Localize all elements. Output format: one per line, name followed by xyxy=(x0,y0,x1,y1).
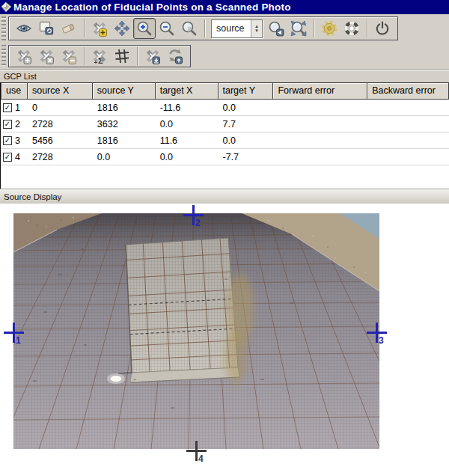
marker-cross-icon xyxy=(192,205,195,225)
window-title: Manage Location of Fiducial Points on a … xyxy=(13,1,291,13)
cell-source-x: 2728 xyxy=(28,119,93,129)
quit-button[interactable] xyxy=(371,18,394,39)
erase-display-button[interactable] xyxy=(58,18,80,39)
use-cell: ✓1 xyxy=(1,103,28,113)
gcp-id: 2 xyxy=(15,119,20,129)
delete-gcp-button[interactable] xyxy=(35,46,58,67)
cell-source-y: 1816 xyxy=(93,103,156,113)
cell-target-x: 11.6 xyxy=(156,135,219,146)
source-display-pane-header[interactable]: Source Display xyxy=(0,189,449,204)
gear-icon xyxy=(320,19,338,37)
power-icon xyxy=(373,19,391,37)
marker-cross-icon xyxy=(195,441,198,461)
gcp-table-header: use source X source Y target X target Y … xyxy=(1,82,449,100)
gcp-id: 3 xyxy=(15,135,20,146)
grid-icon xyxy=(113,47,131,65)
col-header-source-y[interactable]: source Y xyxy=(93,82,156,100)
cell-source-y: 0.0 xyxy=(93,152,156,162)
gcp-marker-2[interactable]: 2 xyxy=(183,205,204,225)
marker-label: 4 xyxy=(198,454,204,464)
gcp-table-body: ✓101816-11.60.0✓2272836320.07.7✓35456181… xyxy=(1,100,449,165)
col-header-forward-error[interactable]: Forward error xyxy=(273,82,367,100)
scanned-photo xyxy=(13,213,379,449)
toolbar-grip[interactable] xyxy=(1,45,6,67)
zoom-to-map-button[interactable] xyxy=(287,18,310,39)
col-header-target-x[interactable]: target X xyxy=(156,82,219,100)
life-ring-icon xyxy=(343,19,361,37)
toolbar-grip[interactable] xyxy=(1,16,6,40)
marker-cross-icon xyxy=(376,323,378,343)
col-header-backward-error[interactable]: Backward error xyxy=(367,82,449,100)
gcp-sigma-icon: Σ + xyxy=(91,47,109,65)
cell-target-y: 0.0 xyxy=(219,135,274,146)
cell-target-y: 0.0 xyxy=(219,103,274,113)
gcp-reload-icon xyxy=(166,47,184,65)
gcp-row[interactable]: ✓2272836320.07.7 xyxy=(1,116,449,132)
save-gcp-button[interactable] xyxy=(141,46,164,67)
gcp-marker-4[interactable]: 4 xyxy=(186,441,207,461)
render-map-button[interactable] xyxy=(35,18,58,39)
gcp-marker-3[interactable]: 3 xyxy=(367,323,387,343)
settings-button[interactable] xyxy=(318,18,340,39)
gcp-table: use source X source Y target X target Y … xyxy=(0,82,449,189)
zoom-in-button[interactable] xyxy=(133,18,156,39)
georectify-button[interactable] xyxy=(111,46,133,67)
source-display-label: Source Display xyxy=(4,192,61,201)
toolbar-separator xyxy=(314,19,314,37)
cell-source-x: 2728 xyxy=(28,152,93,162)
zoom-region-button[interactable] xyxy=(178,18,201,39)
zoom-out-button[interactable] xyxy=(156,18,178,39)
use-checkbox[interactable]: ✓ xyxy=(3,120,12,129)
col-header-source-x[interactable]: source X xyxy=(28,82,93,100)
gcp-row[interactable]: ✓427280.00.0-7.7 xyxy=(1,149,449,165)
gcp-save-icon xyxy=(144,47,162,65)
cell-target-x: 0.0 xyxy=(156,152,219,162)
svg-text:+: + xyxy=(94,59,98,66)
use-cell: ✓3 xyxy=(1,135,28,146)
gcp-marker-1[interactable]: 1 xyxy=(4,323,24,343)
gcp-id: 4 xyxy=(15,152,20,162)
add-gcp-button[interactable] xyxy=(13,46,35,67)
col-header-use[interactable]: use xyxy=(1,82,28,100)
col-header-target-y[interactable]: target Y xyxy=(219,82,274,100)
map-to-adjust-combobox[interactable]: source ▲▼ xyxy=(211,19,263,38)
clear-gcp-button[interactable] xyxy=(58,46,80,67)
cell-target-y: -7.7 xyxy=(219,152,274,162)
combobox-value: source xyxy=(212,20,251,37)
gcp-marker-yellow-icon xyxy=(91,19,109,37)
cell-target-x: 0.0 xyxy=(156,119,219,129)
help-button[interactable] xyxy=(340,18,363,39)
cell-target-x: -11.6 xyxy=(156,103,219,113)
gcp-id: 1 xyxy=(15,103,20,113)
gcp-delete-icon xyxy=(37,47,55,65)
cell-source-x: 5456 xyxy=(28,135,93,146)
reload-gcp-button[interactable] xyxy=(164,46,186,67)
define-gcp-button[interactable] xyxy=(88,18,111,39)
use-checkbox[interactable]: ✓ xyxy=(3,103,12,112)
display-map-button[interactable] xyxy=(13,18,35,39)
gcp-list-pane-header[interactable]: GCP List xyxy=(0,70,449,82)
eraser-icon xyxy=(60,19,78,37)
toolbar-separator xyxy=(84,47,85,65)
recalculate-rms-button[interactable]: Σ + xyxy=(88,46,111,67)
window-titlebar[interactable]: Manage Location of Fiducial Points on a … xyxy=(0,0,449,14)
use-checkbox[interactable]: ✓ xyxy=(3,153,12,162)
use-checkbox[interactable]: ✓ xyxy=(3,136,12,145)
cell-target-y: 7.7 xyxy=(219,119,274,129)
zoom-previous-button[interactable] xyxy=(265,18,287,39)
pan-button[interactable] xyxy=(111,18,133,39)
cell-source-y: 3632 xyxy=(93,119,156,129)
zoom-back-icon xyxy=(267,19,285,37)
zoom-region-icon xyxy=(180,19,198,37)
marker-cross-icon xyxy=(13,323,15,343)
toolbar-separator xyxy=(204,19,205,37)
toolbar-gcp: Σ + xyxy=(0,43,449,70)
zoom-extent-icon xyxy=(290,19,308,37)
use-cell: ✓4 xyxy=(1,152,28,162)
gcp-row[interactable]: ✓101816-11.60.0 xyxy=(1,100,449,116)
gcp-row[interactable]: ✓35456181611.60.0 xyxy=(1,132,449,149)
combobox-spinner-icon[interactable]: ▲▼ xyxy=(251,20,262,37)
toolbar-separator xyxy=(367,19,367,37)
source-display-canvas[interactable]: 1234 xyxy=(0,204,449,476)
toolbar-separator xyxy=(84,19,85,37)
